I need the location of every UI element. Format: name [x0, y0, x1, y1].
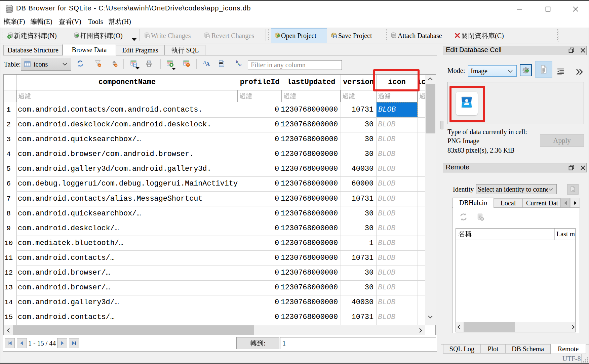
svg-text:a: a: [239, 62, 242, 67]
svg-text:A: A: [206, 61, 210, 67]
